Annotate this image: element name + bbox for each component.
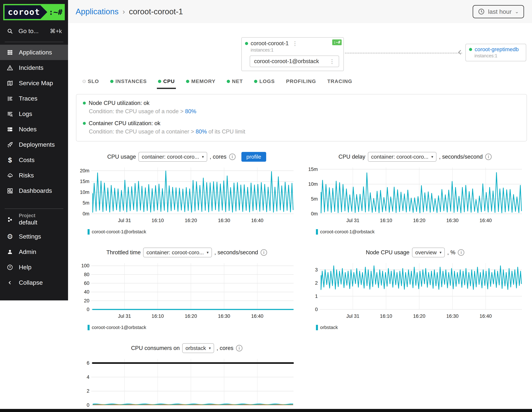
tab-memory[interactable]: MEMORY (186, 78, 216, 87)
instances-count: instances:1 (251, 47, 340, 53)
svg-text:0: 0 (315, 307, 318, 312)
svg-text:5m: 5m (311, 196, 318, 202)
svg-text:3: 3 (315, 267, 318, 272)
chart-legend: coroot-coroot-1@orbstack (316, 229, 522, 234)
check-condition-text: Condition: the CPU usage of a node > (89, 108, 185, 114)
chart-throttled-time: Throttled time container: coroot-coro...… (78, 248, 295, 330)
svg-text:10m: 10m (80, 189, 89, 195)
instance-name: coroot-coroot-1@orbstack (254, 58, 319, 65)
sidebar-item-admin[interactable]: Admin (0, 244, 68, 260)
sidebar-item-help[interactable]: ? Help (0, 260, 68, 275)
sidebar-item-dashboards[interactable]: Dashboards (0, 183, 68, 198)
svg-text:16:40: 16:40 (480, 313, 492, 319)
instance-coroot-coroot-1-orbstack[interactable]: coroot-coroot-1@orbstack ⋮ (250, 56, 339, 67)
sidebar-item-label: Risks (19, 172, 34, 179)
logs-status-dot (254, 80, 257, 83)
legend-item[interactable]: coroot-coroot-1@orbstack (88, 325, 146, 330)
svg-text:20: 20 (84, 298, 89, 303)
chart-selector-dropdown[interactable]: container: coroot-coro...▾ (138, 152, 207, 162)
check-threshold-link[interactable]: 80% (185, 108, 196, 114)
logo-wordmark: coroot (5, 5, 47, 19)
sidebar-item-collapse[interactable]: Collapse (0, 275, 68, 290)
svg-text:4: 4 (87, 375, 89, 380)
chart-selector-dropdown[interactable]: container: coroot-coro...▾ (368, 152, 437, 162)
sidebar-item-label: Nodes (19, 126, 37, 133)
sidebar-item-risks[interactable]: Risks (0, 168, 68, 183)
goto-label: Go to... (19, 28, 39, 35)
legend-swatch (88, 325, 90, 330)
link-arrow-icon (458, 50, 463, 55)
svg-text:?: ? (9, 266, 11, 269)
sidebar-item-incidents[interactable]: Incidents (0, 60, 68, 75)
sidebar-item-service-map[interactable]: Service Map (0, 75, 68, 91)
sidebar-item-traces[interactable]: Traces (0, 91, 68, 106)
check-container-cpu: Container CPU utilization: ok Condition:… (83, 120, 520, 135)
app-root: coroot :~# Go to... ⌘+k Applications (0, 0, 532, 412)
info-icon[interactable]: i (229, 154, 236, 160)
goto-search[interactable]: Go to... ⌘+k (0, 22, 68, 41)
sidebar-item-costs[interactable]: $ Costs (0, 152, 68, 168)
sidebar-item-settings[interactable]: ⚙ Settings (0, 229, 68, 244)
info-icon[interactable]: i (261, 249, 267, 256)
svg-text:16:40: 16:40 (251, 313, 264, 319)
tab-net[interactable]: NET (227, 78, 243, 87)
project-selector[interactable]: Project default (0, 210, 68, 229)
chart-selector-dropdown[interactable]: orbstack▾ (182, 343, 214, 353)
chart-selector-dropdown[interactable]: container: coroot-coro...▾ (143, 248, 212, 257)
check-threshold-link[interactable]: 80% (196, 128, 207, 135)
sidebar-item-logs[interactable]: Logs (0, 106, 68, 122)
svg-text:16:40: 16:40 (480, 218, 492, 223)
info-icon[interactable]: i (485, 154, 492, 160)
sidebar-item-label: Deployments (19, 141, 55, 148)
tab-instances[interactable]: INSTANCES (110, 78, 147, 87)
coroot-badge: :~# (332, 39, 342, 45)
legend-item[interactable]: orbstack (316, 325, 338, 330)
legend-label: coroot-coroot-1@orbstack (92, 325, 146, 330)
tab-logs[interactable]: LOGS (254, 78, 275, 87)
tab-tracing[interactable]: TRACING (327, 78, 352, 87)
greptimedb-link[interactable]: coroot-greptimedb (475, 46, 519, 52)
chart-unit-label: , % (447, 249, 456, 256)
sidebar-divider (5, 42, 63, 42)
chart-title-text: Throttled time (106, 249, 141, 256)
report-tabs: SLO INSTANCES CPU MEMORY NET LOGS PROFIL… (83, 78, 532, 87)
svg-text:16:30: 16:30 (446, 313, 459, 319)
svg-text:16:20: 16:20 (413, 218, 425, 223)
legend-item[interactable]: coroot-coroot-1@orbstack (316, 229, 375, 234)
app-card-title: coroot-coroot-1 (251, 40, 289, 47)
tab-slo[interactable]: SLO (83, 78, 99, 87)
net-status-dot (227, 80, 230, 83)
legend-item[interactable]: coroot-coroot-1@orbstack (88, 229, 146, 234)
slo-status-dot (83, 80, 86, 83)
chart-unit-label: , seconds/second (439, 154, 483, 160)
legend-swatch (88, 229, 90, 234)
kebab-menu-icon[interactable]: ⋮ (328, 58, 336, 65)
sidebar-item-nodes[interactable]: Nodes (0, 122, 68, 137)
svg-text:2: 2 (315, 280, 318, 286)
svg-text:6: 6 (87, 360, 89, 366)
kebab-menu-icon[interactable]: ⋮ (291, 40, 299, 47)
tab-cpu[interactable]: CPU (158, 78, 175, 87)
breadcrumb-applications-link[interactable]: Applications (76, 7, 119, 16)
clock-icon (478, 8, 485, 15)
info-icon[interactable]: i (236, 345, 242, 351)
sidebar-item-deployments[interactable]: Deployments (0, 137, 68, 152)
sidebar: coroot :~# Go to... ⌘+k Applications (0, 0, 68, 300)
sidebar-item-applications[interactable]: Applications (0, 45, 68, 60)
time-range-picker[interactable]: last hour ⌄ (473, 5, 524, 18)
chart-selector-dropdown[interactable]: overview▾ (412, 248, 445, 257)
svg-text:16:10: 16:10 (152, 313, 164, 319)
apps-grid-icon (7, 49, 13, 56)
chart-title-text: CPU delay (339, 154, 365, 160)
sidebar-item-label: Incidents (19, 64, 43, 71)
info-icon[interactable]: i (458, 249, 464, 256)
chart-unit-label: , cores (217, 345, 233, 351)
svg-text:20m: 20m (80, 168, 89, 173)
profile-button[interactable]: profile (241, 152, 266, 162)
cpu-checks-panel: Node CPU utilization: ok Condition: the … (76, 94, 527, 141)
chart-cpu-delay: CPU delay container: coroot-coro...▾ , s… (306, 152, 524, 234)
cpu-usage-plot: Jul 3116:1016:2016:3016:400m5m10m15m20m (78, 165, 295, 225)
person-icon (7, 249, 13, 255)
sidebar-item-label: Logs (19, 110, 32, 117)
tab-profiling[interactable]: PROFILING (286, 78, 316, 87)
